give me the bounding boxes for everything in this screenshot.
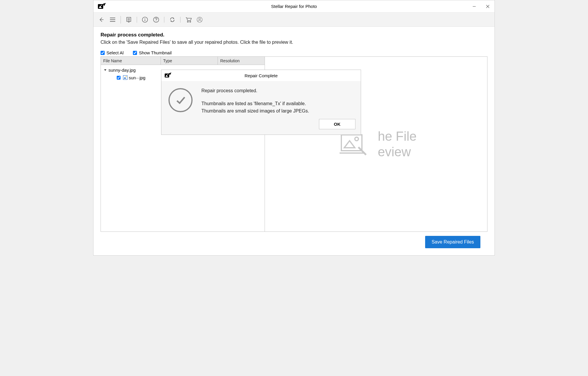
page-heading: Repair process completed. <box>101 32 487 38</box>
col-filename[interactable]: File Name <box>101 57 161 65</box>
separator <box>121 16 121 24</box>
dialog-title: Repair Complete <box>161 73 361 78</box>
show-thumbnail-label: Show Thumbnail <box>139 50 171 55</box>
info-button[interactable] <box>140 15 150 25</box>
svg-marker-3 <box>103 3 106 6</box>
buy-button[interactable] <box>183 15 193 25</box>
col-resolution[interactable]: Resolution <box>218 57 265 65</box>
app-logo-icon <box>164 72 172 79</box>
save-repaired-files-button[interactable]: Save Repaired Files <box>425 236 480 248</box>
column-headers: File Name Type Resolution <box>101 57 265 65</box>
separator <box>180 17 181 23</box>
svg-point-32 <box>355 137 358 141</box>
select-all-label: Select Al <box>106 50 123 55</box>
account-button[interactable] <box>195 15 205 25</box>
save-list-button[interactable] <box>124 15 134 25</box>
svg-marker-31 <box>344 141 355 148</box>
app-window: Stellar Repair for Photo <box>93 0 495 256</box>
svg-point-29 <box>126 76 127 77</box>
separator <box>137 17 137 23</box>
select-all-checkbox[interactable]: Select Al <box>101 50 123 55</box>
preview-text: he File eview <box>378 129 417 160</box>
dialog-ok-button[interactable]: OK <box>319 119 356 129</box>
window-controls <box>467 0 495 12</box>
col-type[interactable]: Type <box>161 57 218 65</box>
show-thumbnail-checkbox[interactable]: Show Thumbnail <box>133 50 171 55</box>
svg-marker-38 <box>169 73 171 75</box>
tree-parent-label: sunny-day.jpg <box>108 68 136 73</box>
title-bar: Stellar Repair for Photo <box>93 0 495 13</box>
image-file-icon <box>123 75 128 80</box>
svg-point-37 <box>167 74 168 75</box>
svg-marker-26 <box>104 69 106 71</box>
dialog-msg-line3: Thumbnails are small sized images of lar… <box>201 107 309 115</box>
toolbar <box>93 13 495 27</box>
svg-point-19 <box>156 21 156 21</box>
app-logo-icon <box>98 3 106 10</box>
content-area: Repair process completed. Click on the '… <box>93 27 495 255</box>
svg-point-16 <box>145 18 145 19</box>
menu-button[interactable] <box>108 15 118 25</box>
show-thumbnail-input[interactable] <box>133 51 137 55</box>
repair-complete-dialog: Repair Complete Repair process completed… <box>161 70 361 135</box>
back-button[interactable] <box>96 15 106 25</box>
dialog-titlebar: Repair Complete <box>161 70 361 81</box>
dialog-message: Repair process completed. Thumbnails are… <box>201 87 309 115</box>
update-button[interactable] <box>167 15 177 25</box>
svg-rect-33 <box>340 152 364 154</box>
select-all-input[interactable] <box>101 51 105 55</box>
tree-child-checkbox[interactable] <box>117 76 121 80</box>
chevron-down-icon[interactable] <box>103 68 107 71</box>
preview-text-line1: he File <box>378 129 417 144</box>
success-check-icon <box>168 88 193 112</box>
dialog-msg-line2: Thumbnails are listed as 'filename_Tx' i… <box>201 100 309 108</box>
svg-point-25 <box>199 18 201 20</box>
dialog-footer: OK <box>161 117 361 135</box>
minimize-button[interactable] <box>467 0 481 12</box>
dialog-body: Repair process completed. Thumbnails are… <box>161 81 361 117</box>
separator <box>164 17 164 23</box>
page-subtext: Click on the 'Save Repaired Files' to sa… <box>101 40 487 45</box>
tree-child-label: sun···jpg <box>129 75 146 80</box>
options-row: Select Al Show Thumbnail <box>101 50 487 55</box>
footer: Save Repaired Files <box>101 232 487 252</box>
help-button[interactable] <box>151 15 161 25</box>
svg-point-23 <box>190 21 191 22</box>
dialog-msg-line1: Repair process completed. <box>201 87 309 95</box>
close-button[interactable] <box>481 0 495 12</box>
svg-point-22 <box>187 21 188 22</box>
preview-text-line2: eview <box>378 144 417 160</box>
svg-point-2 <box>101 5 102 6</box>
window-title: Stellar Repair for Photo <box>93 4 495 9</box>
